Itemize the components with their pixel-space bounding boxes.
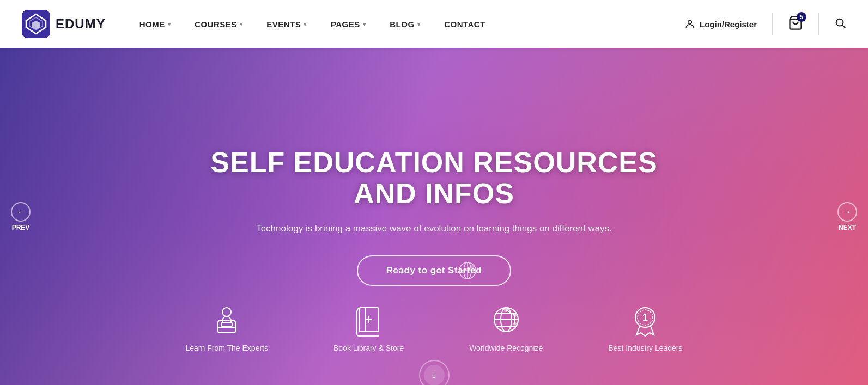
pages-chevron: ▾ <box>363 21 366 27</box>
globe-icon-btn <box>458 261 477 280</box>
divider2 <box>818 13 819 35</box>
logo[interactable]: EDUMY <box>22 10 106 38</box>
hero-section: ← PREV → NEXT SELF EDUCATION RESOURCES A… <box>0 48 868 385</box>
feature-leaders-label: Best Industry Leaders <box>608 344 682 352</box>
cart-button[interactable]: 5 <box>788 15 803 33</box>
nav-contact[interactable]: CONTACT <box>432 0 497 48</box>
courses-chevron: ▾ <box>240 21 243 27</box>
nav-links: HOME ▾ COURSES ▾ EVENTS ▾ PAGES ▾ BLOG ▾… <box>128 0 684 48</box>
prev-arrow-circle: ← <box>11 202 31 222</box>
svg-text:1: 1 <box>642 312 648 323</box>
hero-title: SELF EDUCATION RESOURCES AND INFOS <box>200 147 669 209</box>
divider <box>772 13 773 35</box>
hero-features: Learn From The Experts Book Library & St… <box>0 302 868 352</box>
feature-library: Book Library & Store <box>333 302 404 352</box>
search-button[interactable] <box>834 17 846 32</box>
logo-icon <box>22 10 50 38</box>
feature-worldwide: Worldwide Recognize <box>469 302 543 352</box>
nav-right: Login/Register 5 <box>684 13 846 35</box>
scroll-indicator[interactable]: ↓ <box>419 360 450 385</box>
svg-point-3 <box>836 19 843 26</box>
feature-learn-label: Learn From The Experts <box>186 344 268 352</box>
nav-courses[interactable]: COURSES ▾ <box>183 0 254 48</box>
next-arrow-circle: → <box>837 202 857 222</box>
hero-subtitle: Technology is brining a massive wave of … <box>200 221 669 236</box>
brand-name: EDUMY <box>56 16 106 32</box>
svg-point-11 <box>222 308 231 316</box>
user-icon <box>684 19 695 29</box>
feature-library-label: Book Library & Store <box>333 344 404 352</box>
book-plus-icon <box>351 302 386 337</box>
events-chevron: ▾ <box>304 21 307 27</box>
svg-point-10 <box>469 268 471 270</box>
medal-icon: 1 <box>628 302 663 337</box>
slider-prev[interactable]: ← PREV <box>11 202 31 231</box>
navbar: EDUMY HOME ▾ COURSES ▾ EVENTS ▾ PAGES ▾ … <box>0 0 868 48</box>
nav-blog[interactable]: BLOG ▾ <box>378 0 432 48</box>
globe-network-icon <box>489 302 524 337</box>
scroll-outer-ring: ↓ <box>419 360 450 385</box>
hero-cta-button[interactable]: Ready to get Started <box>357 255 511 286</box>
feature-worldwide-label: Worldwide Recognize <box>469 344 543 352</box>
svg-point-1 <box>688 20 692 24</box>
nav-pages[interactable]: PAGES ▾ <box>319 0 378 48</box>
scroll-down-icon: ↓ <box>432 370 436 381</box>
login-button[interactable]: Login/Register <box>684 19 757 29</box>
search-icon <box>834 17 846 29</box>
cart-badge: 5 <box>797 12 806 22</box>
home-chevron: ▾ <box>168 21 171 27</box>
hero-content: SELF EDUCATION RESOURCES AND INFOS Techn… <box>189 147 679 286</box>
blog-chevron: ▾ <box>417 21 421 27</box>
svg-line-4 <box>842 25 845 28</box>
svg-rect-14 <box>221 323 232 326</box>
nav-home[interactable]: HOME ▾ <box>128 0 183 48</box>
svg-point-9 <box>470 265 474 268</box>
feature-leaders: 1 Best Industry Leaders <box>608 302 682 352</box>
person-laptop-icon <box>209 302 244 337</box>
slider-next[interactable]: → NEXT <box>837 202 857 231</box>
scroll-inner-ring: ↓ <box>424 365 445 385</box>
nav-events[interactable]: EVENTS ▾ <box>254 0 319 48</box>
feature-learn: Learn From The Experts <box>186 302 268 352</box>
